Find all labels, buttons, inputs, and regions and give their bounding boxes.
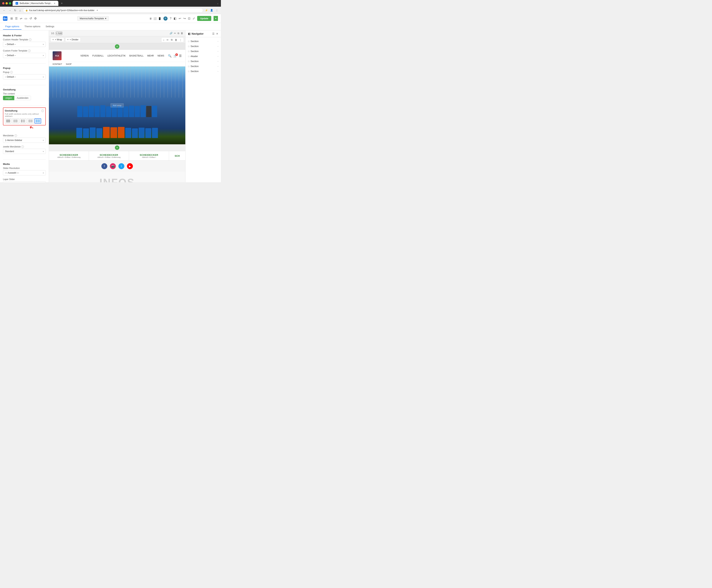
add-page-button[interactable]: + Add — [56, 32, 62, 35]
mobile-view-icon[interactable]: 📱 — [158, 17, 161, 20]
nav-item-7[interactable]: □ Section › — [185, 69, 221, 74]
window-controls[interactable]: ⌄ — [217, 2, 219, 5]
tab-theme-options[interactable]: Theme options — [22, 23, 43, 30]
add-wrap-hint[interactable]: Add wrap — [110, 103, 124, 107]
custom-header-info-icon[interactable]: i — [29, 38, 32, 41]
slider-revolution-select[interactable]: — Auswahl — ▾ — [3, 170, 46, 175]
help-icon[interactable]: ? — [170, 17, 171, 20]
nav-kontakt[interactable]: KONTAKT — [53, 63, 62, 65]
front-player-3 — [90, 127, 96, 138]
wordpress-icon[interactable]: W — [163, 17, 167, 21]
add-section-top-button[interactable]: + — [115, 44, 119, 49]
menuleiste-select[interactable]: 1-Herren-Sidebar ▾ — [3, 138, 46, 143]
minimize-button[interactable] — [5, 2, 8, 4]
zweite-menuleiste-select[interactable]: Standard ▾ — [3, 149, 46, 154]
layer-slider-select[interactable]: — Auswahl — ▾ — [3, 181, 46, 182]
nav-verein[interactable]: VEREIN — [80, 55, 89, 57]
instagram-icon[interactable]: 📷 — [110, 163, 116, 169]
add-section-mid-button[interactable]: + — [115, 145, 119, 150]
history-icon[interactable]: ↺ — [29, 17, 32, 20]
grid-icon[interactable]: ⊞ — [11, 17, 13, 20]
nav-basketball[interactable]: BASKETBALL — [129, 55, 144, 57]
tab-page-options[interactable]: Page options — [3, 23, 21, 30]
update-button[interactable]: Update — [197, 16, 211, 21]
browser-tab[interactable]: B BeBuilder | Mannschafts-Templ... ✕ — [13, 1, 58, 6]
custom-footer-select[interactable]: – Default – ▾ — [3, 53, 46, 58]
divider-button[interactable]: + + Divider — [65, 37, 81, 42]
nav-item-4[interactable]: □ #kader › — [185, 54, 221, 59]
back-button[interactable]: ← — [2, 8, 6, 12]
settings-icon[interactable]: ⚙ — [34, 17, 37, 20]
layout-option-1[interactable] — [5, 118, 12, 124]
youtube-icon[interactable]: ▶ — [127, 163, 133, 169]
columns-icon[interactable]: ☰ — [15, 17, 18, 20]
nav-leichtathletik[interactable]: LEICHTATHLETIK — [107, 55, 126, 57]
delete-icon[interactable]: 🗑 — [181, 32, 183, 35]
section-icon-7: □ — [188, 70, 189, 72]
custom-footer-info-icon[interactable]: i — [28, 49, 30, 52]
gestaltung2-info-icon[interactable]: i — [41, 109, 44, 112]
nav-mehr[interactable]: MEHR — [147, 55, 154, 57]
layout-option-3[interactable] — [20, 118, 26, 124]
wrap-button[interactable]: + + Wrap — [50, 37, 64, 42]
nav-fussball[interactable]: FUSSBALL — [92, 55, 104, 57]
popup-info-icon[interactable]: i — [10, 71, 13, 74]
home-button[interactable]: ⌂ — [19, 8, 21, 12]
extensions-icon[interactable]: ⚡ — [205, 8, 208, 12]
cart-icon[interactable]: 🛒 0 — [174, 54, 177, 58]
forward-button[interactable]: → — [8, 8, 12, 12]
el-delete-icon[interactable]: 🗑 — [174, 38, 178, 42]
preview-nav-top: FCA VEREIN FUSSBALL LEICHTATHLETIK BASKE… — [49, 50, 185, 62]
new-tab-button[interactable]: + — [60, 1, 64, 5]
layers-icon[interactable]: ◧ — [174, 17, 177, 20]
fullscreen-icon[interactable]: ⤢ — [192, 17, 195, 20]
nav-news[interactable]: NEWS — [158, 55, 164, 57]
toggle-show-button[interactable]: zeigen — [3, 96, 14, 100]
undo-icon[interactable]: ↩ — [179, 17, 181, 20]
layout-option-5[interactable] — [35, 118, 41, 124]
desktop-view-icon[interactable]: 🖥 — [149, 17, 152, 20]
tab-settings[interactable]: Settings — [43, 23, 57, 30]
el-more-icon[interactable]: ⋮ — [179, 38, 183, 42]
twitter-icon[interactable]: t — [118, 163, 124, 169]
link-icon[interactable]: 🔗 — [169, 32, 172, 35]
nav-item-6[interactable]: □ Section › — [185, 64, 221, 69]
tab-close-icon[interactable]: ✕ — [54, 2, 56, 5]
hamburger-menu-icon[interactable]: ☰ — [179, 54, 182, 58]
layout-option-4[interactable] — [27, 118, 34, 124]
update-dropdown-button[interactable]: ▾ — [213, 16, 218, 21]
more-icon[interactable]: ⋮ — [215, 8, 219, 12]
layout-option-2[interactable] — [12, 118, 19, 124]
navigator-list-icon[interactable]: ☰ — [212, 32, 215, 35]
swap-icon[interactable]: ⇌ — [20, 17, 22, 20]
el-move-icon[interactable]: ↕ — [163, 38, 165, 42]
nav-shop[interactable]: SHOP — [66, 63, 72, 65]
canvas-area[interactable]: + FCA VEREIN — [49, 43, 185, 182]
popup-select[interactable]: – Default – ▾ — [3, 74, 46, 80]
toggle-hide-button[interactable]: Ausblenden — [14, 96, 31, 100]
profile-icon[interactable]: 👤 — [210, 8, 213, 12]
custom-header-select[interactable]: – Default – ▾ — [3, 42, 46, 47]
nav-item-1[interactable]: □ Section › — [185, 39, 221, 44]
search-icon[interactable]: 🔍 — [168, 54, 171, 58]
address-bar[interactable]: 🔒 fca.isar3.de/wp-admin/post.php?post=32… — [23, 8, 203, 13]
nav-item-3[interactable]: □ Section › — [185, 49, 221, 54]
template-selector[interactable]: Mannschafts-Template ▾ — [77, 16, 109, 21]
tablet-view-icon[interactable]: ⬜ — [154, 17, 157, 20]
reload-button[interactable]: ↻ — [13, 8, 17, 12]
layout-icon[interactable]: ▭ — [24, 17, 27, 20]
nav-item-2[interactable]: □ Section › — [185, 44, 221, 49]
redo-icon[interactable]: ↪ — [183, 17, 186, 20]
preview-icon[interactable]: ⊡ — [188, 17, 190, 20]
el-edit-icon[interactable]: ✏ — [166, 38, 169, 42]
navigator-close-icon[interactable]: ✕ — [216, 32, 218, 35]
zweite-menuleiste-info-icon[interactable]: i — [21, 145, 24, 148]
el-copy-icon[interactable]: ⧉ — [170, 38, 173, 42]
menuleiste-info-icon[interactable]: i — [15, 134, 17, 137]
edit-icon[interactable]: ✏ — [174, 32, 176, 35]
nav-item-5[interactable]: □ Section › — [185, 59, 221, 64]
maximize-button[interactable] — [9, 2, 11, 4]
facebook-icon[interactable]: f — [101, 163, 107, 169]
copy-icon[interactable]: ⧉ — [178, 32, 179, 35]
close-button[interactable] — [2, 2, 4, 4]
